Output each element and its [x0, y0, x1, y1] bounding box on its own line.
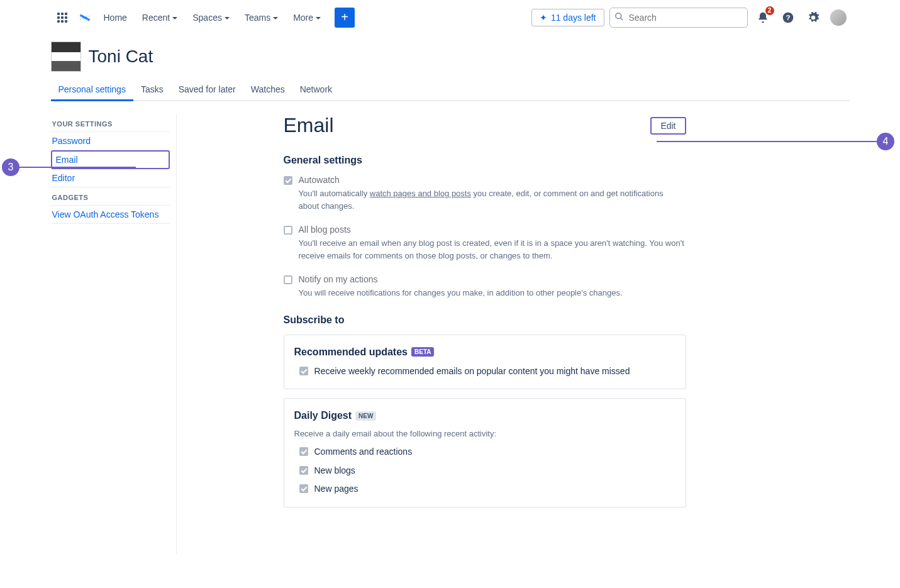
card-setting: New blogs [299, 465, 675, 477]
profile-avatar [51, 42, 81, 72]
avatar-icon [830, 9, 847, 26]
trial-badge[interactable]: ✦ 11 days left [531, 9, 604, 26]
card-setting: New pages [299, 483, 675, 496]
notification-badge: 2 [765, 6, 774, 15]
card-title-text: Daily Digest [294, 410, 352, 421]
sidebar-item-password[interactable]: Password [51, 132, 170, 150]
profile-button[interactable] [828, 8, 848, 28]
nav-more[interactable]: More [287, 10, 327, 25]
profile-header: Toni Cat [51, 35, 850, 75]
nav-teams-label: Teams [245, 13, 270, 23]
checkbox-comments-reactions[interactable] [299, 447, 308, 456]
plus-icon: + [341, 10, 348, 25]
callout-3: 3 [2, 158, 19, 176]
section-general-settings: General settings [284, 155, 686, 166]
checkbox-notify-own-actions[interactable] [284, 275, 292, 284]
content-area: YOUR SETTINGS Password Email Editor GADG… [51, 114, 850, 554]
section-subscribe-to: Subscribe to [284, 314, 686, 326]
nav-home[interactable]: Home [97, 10, 133, 25]
settings-button[interactable] [803, 8, 823, 28]
setting-desc: You'll automatically watch pages and blo… [299, 187, 686, 212]
gear-icon [807, 11, 819, 24]
callout-4: 4 [877, 133, 894, 150]
tab-tasks[interactable]: Tasks [133, 79, 171, 101]
card-recommended-updates: Recommended updates BETA Receive weekly … [284, 335, 686, 390]
chevron-down-icon [316, 17, 321, 19]
card-setting-label: Comments and reactions [314, 446, 413, 458]
setting-all-blog-posts: All blog posts You'll receive an email w… [284, 225, 686, 262]
help-button[interactable]: ? [778, 8, 798, 28]
nav-spaces-label: Spaces [192, 13, 222, 23]
tab-watches[interactable]: Watches [243, 79, 292, 101]
card-setting-label: Receive weekly recommended emails on pop… [314, 365, 630, 378]
nav-recent[interactable]: Recent [136, 10, 184, 25]
chevron-down-icon [172, 17, 177, 19]
search-icon [614, 12, 624, 23]
tab-saved[interactable]: Saved for later [171, 79, 243, 101]
checkbox-all-blog-posts[interactable] [284, 226, 292, 235]
app-switcher-button[interactable] [52, 8, 72, 28]
main-header: Email Edit [284, 114, 686, 137]
top-nav: Home Recent Spaces Teams More + ✦ 11 day… [45, 0, 856, 35]
desc-text: You'll automatically [299, 189, 370, 198]
setting-notify-own-actions: Notify on my actions You will receive no… [284, 274, 686, 299]
setting-label: Autowatch [299, 175, 686, 185]
new-badge: NEW [355, 411, 376, 421]
setting-desc: You'll receive an email when any blog po… [299, 237, 686, 262]
setting-label: All blog posts [299, 225, 686, 235]
confluence-logo-button[interactable] [75, 8, 95, 28]
tab-network[interactable]: Network [292, 79, 340, 101]
sidebar-item-oauth[interactable]: View OAuth Access Tokens [51, 206, 170, 224]
sparkle-icon: ✦ [540, 13, 547, 23]
card-daily-digest: Daily Digest NEW Receive a daily email a… [284, 398, 686, 508]
svg-text:?: ? [786, 13, 790, 21]
main-panel: Email Edit General settings Autowatch Yo… [177, 114, 711, 554]
card-title: Recommended updates BETA [294, 347, 675, 358]
setting-desc: You will receive notifications for chang… [299, 287, 686, 299]
nav-teams[interactable]: Teams [238, 10, 284, 25]
checkbox-recommended-weekly[interactable] [299, 367, 308, 375]
checkbox-autowatch[interactable] [284, 176, 292, 185]
chevron-down-icon [273, 17, 278, 19]
beta-badge: BETA [411, 347, 434, 357]
card-setting: Comments and reactions [299, 446, 675, 458]
nav-recent-label: Recent [142, 13, 170, 23]
notifications-button[interactable]: 2 [753, 8, 773, 28]
nav-spaces[interactable]: Spaces [186, 10, 236, 25]
checkbox-new-pages[interactable] [299, 484, 308, 493]
card-title: Daily Digest NEW [294, 410, 675, 421]
apps-grid-icon [57, 13, 67, 23]
svg-line-1 [620, 18, 623, 20]
setting-autowatch: Autowatch You'll automatically watch pag… [284, 175, 686, 212]
checkbox-new-blogs[interactable] [299, 466, 308, 475]
sidebar-heading-gadgets: GADGETS [51, 190, 170, 206]
page-content: Toni Cat Personal settings Tasks Saved f… [45, 35, 856, 554]
card-desc: Receive a daily email about the followin… [294, 429, 675, 438]
top-nav-left: Home Recent Spaces Teams More + [52, 8, 355, 28]
callout-line-3 [19, 167, 136, 168]
chevron-down-icon [225, 17, 230, 19]
watch-pages-link[interactable]: watch pages and blog posts [370, 189, 471, 198]
page-title: Email [284, 114, 334, 137]
card-title-text: Recommended updates [294, 347, 408, 358]
setting-body: Autowatch You'll automatically watch pag… [299, 175, 686, 212]
sidebar: YOUR SETTINGS Password Email Editor GADG… [51, 114, 177, 554]
trial-label: 11 days left [551, 13, 596, 23]
callout-line-4 [657, 141, 877, 142]
card-setting-label: New blogs [314, 465, 355, 477]
setting-label: Notify on my actions [299, 274, 686, 284]
tab-personal-settings[interactable]: Personal settings [51, 79, 133, 101]
card-setting: Receive weekly recommended emails on pop… [299, 365, 675, 378]
setting-body: Notify on my actions You will receive no… [299, 274, 686, 299]
profile-name: Toni Cat [89, 47, 153, 67]
sidebar-heading-your-settings: YOUR SETTINGS [51, 116, 170, 132]
help-icon: ? [782, 11, 794, 24]
card-setting-label: New pages [314, 483, 358, 496]
search-box [609, 8, 748, 28]
create-button[interactable]: + [335, 8, 355, 28]
nav-more-label: More [293, 13, 313, 23]
edit-button[interactable]: Edit [650, 117, 686, 135]
search-input[interactable] [609, 8, 748, 28]
sidebar-item-editor[interactable]: Editor [51, 169, 170, 187]
confluence-logo-icon [78, 11, 92, 25]
